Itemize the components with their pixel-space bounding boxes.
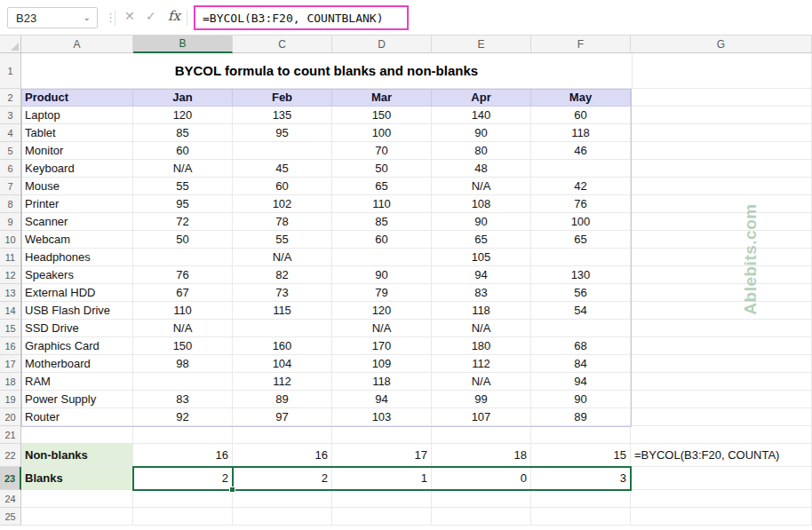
cell[interactable]: N/A (432, 178, 531, 195)
cell[interactable] (531, 249, 631, 266)
row-header-1[interactable]: 1 (0, 53, 21, 89)
cell[interactable]: Laptop (21, 107, 133, 124)
cell[interactable]: May (531, 89, 631, 107)
cell[interactable]: 89 (233, 391, 332, 408)
cell[interactable]: 83 (432, 284, 531, 302)
cell[interactable]: 90 (531, 391, 631, 408)
cell[interactable]: 60 (531, 107, 631, 124)
cell[interactable]: 17 (332, 444, 432, 467)
cell[interactable]: Motherboard (21, 355, 133, 373)
cell[interactable]: 102 (233, 195, 332, 213)
row-header-25[interactable]: 25 (0, 508, 21, 526)
row-header-11[interactable]: 11 (0, 249, 21, 266)
select-all-corner[interactable] (0, 36, 21, 53)
cell[interactable] (631, 142, 812, 160)
row-header-24[interactable]: 24 (0, 490, 21, 508)
cell[interactable]: 65 (332, 178, 432, 195)
cell[interactable]: Non-blanks (21, 444, 133, 467)
cell[interactable]: 104 (233, 355, 332, 373)
cell[interactable] (631, 266, 812, 284)
cell[interactable]: Jan (133, 89, 233, 107)
cell[interactable] (332, 508, 432, 526)
cell[interactable]: N/A (332, 320, 432, 337)
cell[interactable]: 70 (332, 142, 432, 160)
cell[interactable]: 18 (432, 444, 531, 467)
cell[interactable]: 90 (432, 213, 531, 231)
cell[interactable]: Webcam (21, 231, 133, 249)
cell[interactable]: Monitor (21, 142, 133, 160)
cell[interactable]: 55 (133, 178, 233, 195)
cell[interactable]: 120 (332, 302, 432, 320)
cell[interactable]: 68 (531, 337, 631, 355)
cell[interactable]: 82 (233, 266, 332, 284)
cell[interactable] (21, 508, 133, 526)
cell[interactable]: Mouse (21, 178, 133, 195)
cell[interactable]: 94 (332, 391, 432, 408)
cell[interactable]: Speakers (21, 266, 133, 284)
cell[interactable] (633, 53, 812, 89)
cell[interactable]: 150 (133, 337, 233, 355)
cell[interactable]: 16 (233, 444, 332, 467)
cell[interactable]: 2 (233, 467, 332, 490)
cell[interactable]: 60 (233, 178, 332, 195)
cell[interactable]: 76 (133, 266, 233, 284)
row-header-17[interactable]: 17 (0, 355, 21, 373)
cell[interactable]: 118 (332, 373, 432, 391)
row-header-22[interactable]: 22 (0, 444, 21, 467)
cell[interactable]: 50 (133, 231, 233, 249)
cell[interactable]: USB Flash Drive (21, 302, 133, 320)
cell[interactable]: 56 (531, 284, 631, 302)
row-header-12[interactable]: 12 (0, 266, 21, 284)
cell[interactable] (133, 508, 233, 526)
row-header-7[interactable]: 7 (0, 178, 21, 195)
cell[interactable] (531, 320, 631, 337)
cell[interactable] (631, 124, 812, 142)
col-header-E[interactable]: E (432, 36, 531, 53)
cell[interactable] (631, 391, 812, 408)
row-header-19[interactable]: 19 (0, 391, 21, 408)
cell[interactable] (631, 89, 812, 107)
cell[interactable]: 89 (531, 408, 631, 426)
cell[interactable]: External HDD (21, 284, 133, 302)
row-header-23[interactable]: 23 (0, 467, 21, 490)
row-header-4[interactable]: 4 (0, 124, 21, 142)
formula-input[interactable]: =BYCOL(B3:F20, COUNTBLANK) (194, 5, 409, 30)
row-header-2[interactable]: 2 (0, 89, 21, 107)
cell[interactable] (133, 249, 233, 266)
cell[interactable]: 99 (432, 391, 531, 408)
row-header-6[interactable]: 6 (0, 160, 21, 178)
cell[interactable]: 67 (133, 284, 233, 302)
cell[interactable]: 105 (432, 249, 531, 266)
row-header-21[interactable]: 21 (0, 426, 21, 444)
cell[interactable]: 140 (432, 107, 531, 124)
cell[interactable]: RAM (21, 373, 133, 391)
row-header-13[interactable]: 13 (0, 284, 21, 302)
cell[interactable] (332, 426, 432, 444)
cell[interactable]: 45 (233, 160, 332, 178)
chevron-down-icon[interactable]: ⌄ (84, 13, 91, 22)
cell[interactable]: 170 (332, 337, 432, 355)
cell[interactable] (432, 426, 531, 444)
row-header-3[interactable]: 3 (0, 107, 21, 124)
cell[interactable]: Power Supply (21, 391, 133, 408)
cell[interactable] (631, 490, 812, 508)
cell[interactable]: 83 (133, 391, 233, 408)
cell[interactable]: N/A (233, 249, 332, 266)
cell[interactable]: 72 (133, 213, 233, 231)
cell[interactable]: 84 (531, 355, 631, 373)
cell[interactable]: 42 (531, 178, 631, 195)
row-header-8[interactable]: 8 (0, 195, 21, 213)
cell[interactable]: 78 (233, 213, 332, 231)
cell[interactable]: Feb (233, 89, 332, 107)
col-header-D[interactable]: D (332, 36, 432, 53)
cell[interactable] (21, 490, 133, 508)
cell[interactable]: 80 (432, 142, 531, 160)
cell[interactable] (233, 426, 332, 444)
insert-function-icon[interactable]: fx (168, 8, 180, 24)
cell[interactable]: N/A (432, 320, 531, 337)
cell[interactable]: 50 (332, 160, 432, 178)
cell[interactable]: 150 (332, 107, 432, 124)
cell[interactable]: 65 (432, 231, 531, 249)
cell[interactable]: Printer (21, 195, 133, 213)
cell[interactable]: 109 (332, 355, 432, 373)
